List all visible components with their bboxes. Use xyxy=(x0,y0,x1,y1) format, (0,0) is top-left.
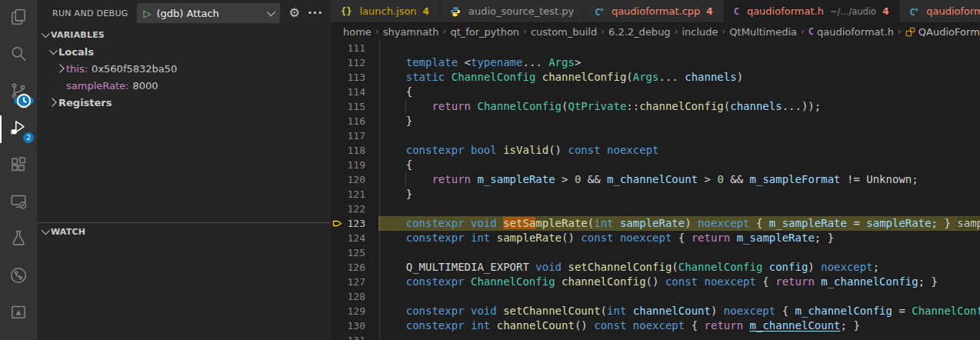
line-number[interactable]: 126 xyxy=(331,260,365,275)
line-number[interactable]: 117 xyxy=(331,128,365,143)
line-content: { xyxy=(380,158,980,172)
line-number[interactable]: 125 xyxy=(331,245,365,260)
gear-icon[interactable]: ⚙ xyxy=(289,7,300,19)
debug-inline-value: sampleRate = 8000 xyxy=(957,217,980,229)
breadcrumb-separator: › xyxy=(375,26,379,37)
line-number[interactable]: 128 xyxy=(331,289,365,304)
line-number[interactable]: 122 xyxy=(331,202,365,216)
breadcrumb-item[interactable]: qt_for_python xyxy=(450,26,519,38)
watch-section: WATCH xyxy=(37,222,331,340)
code-line-118[interactable]: 118 constexpr bool isValid() const noexc… xyxy=(331,143,980,158)
activity-item-extensions[interactable] xyxy=(0,148,37,185)
line-content xyxy=(380,333,980,340)
line-content: { xyxy=(380,85,980,99)
code-line-123[interactable]: 123 constexpr void setSampleRate(int sam… xyxy=(331,216,980,231)
code-line-121[interactable]: 121 } xyxy=(331,187,980,202)
start-debug-icon[interactable]: ▷ xyxy=(144,8,152,18)
breadcrumb-separator: › xyxy=(443,26,447,37)
tab-audio-source-test-py[interactable]: audio_source_test.py xyxy=(440,0,585,22)
code-line-119[interactable]: 119 { xyxy=(331,158,980,172)
activity-item-source-control[interactable] xyxy=(0,74,37,111)
line-content xyxy=(380,202,980,216)
activity-item-panel[interactable] xyxy=(0,295,37,332)
activity-item-git-graph[interactable] xyxy=(0,258,37,295)
line-number[interactable]: 120 xyxy=(331,172,365,187)
line-number[interactable]: 111 xyxy=(331,41,365,55)
code-editor[interactable]: 111112 template <typename... Args>113 st… xyxy=(331,41,980,340)
line-number[interactable]: 119 xyxy=(331,158,365,172)
code-line-130[interactable]: 130 constexpr int channelCount() const n… xyxy=(331,318,980,333)
chevron-right-icon xyxy=(46,99,58,105)
breadcrumb-item[interactable]: custom_build xyxy=(531,26,597,38)
more-actions-icon[interactable]: ··· xyxy=(308,8,323,19)
line-content: } xyxy=(380,114,980,128)
tab-launch-json[interactable]: {}launch.json4 xyxy=(331,0,440,22)
debug-config-dropdown[interactable]: ▷ (gdb) Attach xyxy=(137,3,280,23)
code-line-120[interactable]: 120 return m_sampleRate > 0 && m_channel… xyxy=(331,172,980,187)
code-line-124[interactable]: 124 constexpr int sampleRate() const noe… xyxy=(331,231,980,245)
line-content: } xyxy=(380,187,980,202)
line-number[interactable]: 116 xyxy=(331,114,365,128)
code-line-116[interactable]: 116 } xyxy=(331,114,980,128)
variables-section-header[interactable]: VARIABLES xyxy=(37,26,331,43)
line-number[interactable]: 130 xyxy=(331,318,365,333)
line-number[interactable]: 127 xyxy=(331,275,365,289)
activity-item-testing[interactable] xyxy=(0,222,37,258)
code-line-122[interactable]: 122 xyxy=(331,202,980,216)
line-number[interactable]: 112 xyxy=(331,55,365,70)
line-number[interactable]: 131 xyxy=(331,333,365,340)
code-line-128[interactable]: 128 xyxy=(331,289,980,304)
activity-item-run-and-debug[interactable]: 2 xyxy=(0,111,37,148)
variable-row[interactable]: sampleRate:8000 xyxy=(37,77,331,94)
code-line-113[interactable]: 113 static ChannelConfig channelConfig(A… xyxy=(331,70,980,85)
beaker-icon xyxy=(8,228,28,252)
code-line-131[interactable]: 131 xyxy=(331,333,980,340)
activity-item-search[interactable] xyxy=(0,37,37,74)
line-number[interactable]: 115 xyxy=(331,99,365,114)
breadcrumb-item[interactable]: shyamnath xyxy=(383,26,439,38)
breadcrumb-item[interactable]: home xyxy=(343,26,372,38)
activity-item-remote-explorer[interactable] xyxy=(0,185,37,222)
code-line-127[interactable]: 127 constexpr ChannelConfig channelConfi… xyxy=(331,275,980,289)
tab-label: qaudioformat.cpp xyxy=(612,5,700,17)
code-line-125[interactable]: 125 xyxy=(331,245,980,260)
code-line-126[interactable]: 126 Q_MULTIMEDIA_EXPORT void setChannelC… xyxy=(331,260,980,275)
line-number[interactable]: 129 xyxy=(331,304,365,318)
variable-value: 0x560f5832ba50 xyxy=(92,63,177,75)
breadcrumb-separator: › xyxy=(722,26,726,37)
code-line-129[interactable]: 129 constexpr void setChannelCount(int c… xyxy=(331,304,980,318)
breadcrumb-symbol[interactable]: QAudioFormat xyxy=(918,26,980,38)
code-line-115[interactable]: 115 return ChannelConfig(QtPrivate::chan… xyxy=(331,99,980,114)
line-content: return ChannelConfig(QtPrivate::channelC… xyxy=(380,99,980,114)
breadcrumb-item[interactable]: 6.2.2_debug xyxy=(608,26,671,38)
chevron-down-icon xyxy=(42,29,50,38)
tab-qaudioformat-cpp[interactable]: C+qaudioformat.cpp4 xyxy=(585,0,723,22)
variable-row[interactable]: this:0x560f5832ba50 xyxy=(37,60,331,77)
breadcrumb-separator: › xyxy=(801,26,805,37)
line-number[interactable]: 114 xyxy=(331,85,365,99)
line-number[interactable]: 118 xyxy=(331,143,365,158)
code-line-111[interactable]: 111 xyxy=(331,41,980,55)
breadcrumb-item[interactable]: include xyxy=(682,26,718,38)
breadcrumb-file[interactable]: qaudioformat.h xyxy=(817,26,894,38)
line-number[interactable]: 121 xyxy=(331,187,365,202)
code-line-112[interactable]: 112 template <typename... Args> xyxy=(331,55,980,70)
tree-item-registers[interactable]: Registers xyxy=(37,94,331,111)
h-icon: C xyxy=(734,7,739,16)
line-number[interactable]: 124 xyxy=(331,231,365,245)
variable-value: 8000 xyxy=(132,80,158,92)
line-number[interactable]: 113 xyxy=(331,70,365,85)
code-line-114[interactable]: 114 { xyxy=(331,85,980,99)
watch-section-header[interactable]: WATCH xyxy=(37,223,331,240)
tab-description: ~/.../audio xyxy=(830,6,876,17)
activity-item-explorer[interactable] xyxy=(0,0,37,37)
variables-section-label: VARIABLES xyxy=(51,30,105,40)
line-content xyxy=(380,41,980,55)
line-number[interactable]: 123 xyxy=(331,216,365,231)
code-line-117[interactable]: 117 xyxy=(331,128,980,143)
breadcrumb-item[interactable]: QtMultimedia xyxy=(729,26,797,38)
tab-qaudioformat-h[interactable]: Cqaudioformat.h~/.../audio4 xyxy=(724,0,900,22)
tree-item-locals[interactable]: Locals xyxy=(37,43,331,60)
tab-qaudioformat-2[interactable]: C+qaudioformat xyxy=(900,0,980,22)
chevron-down-icon xyxy=(46,48,58,55)
